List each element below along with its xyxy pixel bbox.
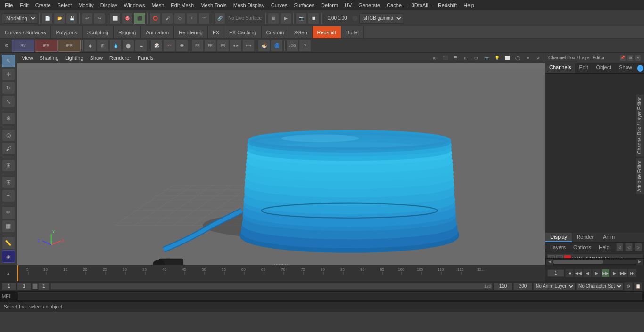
vp-icon-light[interactable]: 💡	[492, 54, 502, 62]
frame-start-input[interactable]: 1	[2, 283, 16, 290]
shelf-circle-button[interactable]: ⬬	[176, 40, 188, 52]
channel-box-pin[interactable]: 📌	[619, 55, 626, 61]
vp-icon-3[interactable]: ☰	[451, 54, 460, 62]
menu-surfaces[interactable]: Surfaces	[291, 1, 317, 9]
side-tab-channel-box[interactable]: Channel Box / Layer Editor	[635, 94, 644, 157]
move-tool-button[interactable]: ✛	[2, 68, 15, 81]
shelf-ipr-button[interactable]: IPR	[35, 40, 58, 52]
menu-3dtoall[interactable]: - 3DtoAll -	[405, 1, 434, 9]
vp-menu-show[interactable]: Show	[87, 54, 106, 62]
shelf-rs1-button[interactable]: PR	[191, 40, 204, 52]
select-tool-button[interactable]: ↖	[2, 55, 15, 67]
gamma-swatch[interactable]	[352, 15, 358, 22]
tab-sculpting[interactable]: Sculpting	[83, 26, 114, 38]
active-mode-button[interactable]: ⬛	[134, 13, 145, 24]
snap-mode-button[interactable]: 🎯	[122, 13, 133, 24]
command-input[interactable]	[18, 292, 642, 300]
menu-help[interactable]: Help	[461, 1, 477, 9]
step-back-button[interactable]: ◀◀	[574, 269, 583, 277]
shelf-ipr2-button[interactable]: IPR	[58, 40, 81, 52]
shelf-drop-button[interactable]: 💧	[109, 40, 122, 52]
tab-curves-surfaces[interactable]: Curves / Surfaces	[0, 26, 51, 38]
timeline-range-bar[interactable]: 120	[50, 283, 493, 290]
play-fwd-button[interactable]: ▶▶	[601, 269, 610, 277]
viewport[interactable]: View Shading Lighting Show Renderer Pane…	[17, 53, 545, 265]
shelf-rs3-button[interactable]: PR	[217, 40, 229, 52]
undo-button[interactable]: ↩	[82, 13, 93, 24]
menu-edit[interactable]: Edit	[17, 1, 32, 9]
menu-redshift[interactable]: Redshift	[435, 1, 460, 9]
show-manip-button[interactable]: ⊞	[2, 159, 15, 172]
shelf-rs5-button[interactable]: ↩↪	[242, 40, 255, 52]
menu-create[interactable]: Create	[33, 1, 54, 9]
play-back-button[interactable]: ▶	[592, 269, 601, 277]
scroll-track[interactable]	[553, 260, 636, 264]
render-view-button[interactable]: 🖥	[268, 13, 279, 24]
help-menu[interactable]: Help	[596, 243, 612, 251]
universal-manip-button[interactable]: ⊕	[2, 112, 15, 125]
tab-rigging[interactable]: Rigging	[114, 26, 141, 38]
shelf-cloud-button[interactable]: ☁	[135, 40, 147, 52]
scroll-left-arrow[interactable]: ◀	[546, 259, 553, 265]
menu-select[interactable]: Select	[55, 1, 75, 9]
frame-val2-input[interactable]: 1	[17, 283, 31, 290]
menu-windows[interactable]: Windows	[121, 1, 148, 9]
vp-icon-frame[interactable]: ⬜	[503, 54, 512, 62]
anim-layer-select[interactable]: No Anim Layer	[533, 283, 575, 290]
tab-xgen[interactable]: XGen	[289, 26, 312, 38]
menu-mesh-tools[interactable]: Mesh Tools	[198, 1, 229, 9]
camera-button[interactable]: 📷	[296, 13, 307, 24]
shelf-grid-button[interactable]: ⊞	[97, 40, 109, 52]
channel-box-close[interactable]: ✕	[635, 55, 641, 61]
scroll-thumb[interactable]	[553, 260, 603, 264]
menu-curves[interactable]: Curves	[268, 1, 290, 9]
scale-tool-button[interactable]: ⤡	[2, 95, 15, 108]
step-fwd-button[interactable]: ▶▶	[619, 269, 627, 277]
go-start-button[interactable]: ⏮	[565, 269, 574, 277]
shelf-settings-button[interactable]: ⚙	[2, 41, 11, 50]
vp-menu-panels[interactable]: Panels	[135, 54, 157, 62]
layers-menu[interactable]: Layers	[547, 243, 569, 251]
workspace-dropdown[interactable]: Modeling	[2, 13, 37, 24]
shelf-help-button[interactable]: ?	[299, 40, 311, 52]
menu-mesh-display[interactable]: Mesh Display	[231, 1, 267, 9]
viewport-3d-content[interactable]: X Y Z persp	[17, 63, 545, 265]
vp-menu-lighting[interactable]: Lighting	[62, 54, 86, 62]
layer-ctrl-2[interactable]: ◁	[625, 243, 633, 251]
persp-button[interactable]: 🔲	[308, 13, 319, 24]
layer-tab-render[interactable]: Render	[572, 233, 598, 242]
menu-edit-mesh[interactable]: Edit Mesh	[168, 1, 197, 9]
menu-generate[interactable]: Generate	[355, 1, 383, 9]
anim-settings-btn1[interactable]: ⚙	[624, 282, 633, 291]
shelf-obj1-button[interactable]: 🍜	[258, 40, 270, 52]
tab-fx[interactable]: FX	[208, 26, 224, 38]
lasso-button[interactable]: ⭕	[149, 13, 161, 24]
go-end-button[interactable]: ⏭	[628, 269, 636, 277]
vp-menu-shading[interactable]: Shading	[37, 54, 61, 62]
layer-tab-anim[interactable]: Anim	[598, 233, 619, 242]
layer-ctrl-3[interactable]: ▷	[635, 243, 642, 251]
shelf-rs4-button[interactable]: ◄►	[230, 40, 242, 52]
menu-modify[interactable]: Modify	[75, 1, 96, 9]
vp-icon-5[interactable]: ⊟	[471, 54, 481, 62]
menu-deform[interactable]: Deform	[318, 1, 341, 9]
move2-button[interactable]: +	[186, 13, 198, 24]
measure-button[interactable]: 📏	[2, 237, 15, 250]
vp-menu-view[interactable]: View	[19, 54, 36, 62]
shelf-obj2-button[interactable]: 🌀	[271, 40, 283, 52]
redo-button[interactable]: ↪	[94, 13, 105, 24]
options-menu[interactable]: Options	[570, 243, 594, 251]
menu-uv[interactable]: UV	[342, 1, 355, 9]
gamma-select[interactable]: sRGB gamma	[359, 13, 403, 24]
current-frame-input[interactable]	[547, 269, 564, 277]
vp-icon-camera[interactable]: 📷	[482, 54, 491, 62]
annotate-button[interactable]: ✏	[2, 206, 15, 219]
ch-tab-edit[interactable]: Edit	[575, 63, 592, 73]
new-scene-button[interactable]: 📄	[41, 13, 53, 24]
paint-sel-button[interactable]: 🖌	[2, 142, 15, 155]
shelf-log-button[interactable]: LOG	[286, 40, 298, 52]
timeline-ruler[interactable]: 5 10 15 20 25 30 35 40 45 50 55 60 65 70…	[17, 265, 545, 281]
right-scrollbar[interactable]: ◀ ▶	[545, 258, 644, 265]
char-set-select[interactable]: No Character Set	[576, 283, 623, 290]
next-frame-button[interactable]: ▶	[610, 269, 619, 277]
